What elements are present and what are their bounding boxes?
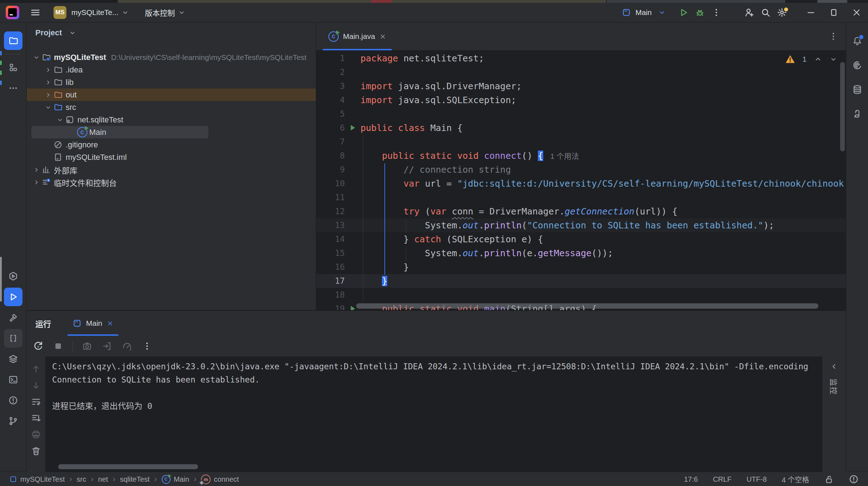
code-line-2[interactable]: 2 bbox=[316, 65, 846, 79]
breadcrumb-Main[interactable]: CMain bbox=[162, 475, 189, 484]
code-line-18[interactable]: 18 bbox=[316, 288, 846, 302]
console-action-printer[interactable] bbox=[31, 429, 41, 440]
code-line-16[interactable]: 16 } bbox=[316, 260, 846, 274]
run-button[interactable] bbox=[675, 5, 692, 20]
run-gutter-icon[interactable] bbox=[348, 123, 357, 132]
code-line-12[interactable]: 12 try (var conn = DriverManager.getConn… bbox=[316, 204, 846, 218]
tool-button-python[interactable] bbox=[848, 105, 867, 123]
breadcrumb-connect[interactable]: mconnect bbox=[201, 475, 239, 484]
console-action-soft-wrap[interactable] bbox=[31, 396, 41, 407]
console-action-arrow-up[interactable] bbox=[31, 364, 41, 374]
console-horizontal-scrollbar[interactable] bbox=[58, 464, 198, 469]
indent-style[interactable]: 4 个空格 bbox=[782, 474, 809, 485]
code-line-15[interactable]: 15 System.out.println(e.getMessage()); bbox=[316, 246, 846, 260]
console-output[interactable]: C:\Users\qzy\.jdks\openjdk-23.0.2\bin\ja… bbox=[45, 356, 822, 472]
chevron-right-icon[interactable] bbox=[43, 66, 54, 74]
code-line-14[interactable]: 14 } catch (SQLException e) { bbox=[316, 232, 846, 246]
caret-position[interactable]: 17:6 bbox=[684, 475, 698, 484]
breadcrumb-sqliteTest[interactable]: sqliteTest bbox=[120, 475, 150, 484]
run-action-kebab[interactable] bbox=[141, 340, 153, 352]
project-name-widget[interactable]: mySQLiteTe... bbox=[71, 8, 118, 17]
close-tab-icon[interactable] bbox=[379, 33, 386, 40]
breadcrumb-mySQLiteTest[interactable]: mySQLiteTest bbox=[9, 475, 65, 484]
vcs-widget[interactable]: 版本控制 bbox=[145, 7, 175, 18]
tree-item-out[interactable]: out bbox=[27, 88, 316, 101]
tree-item-.idea[interactable]: .idea bbox=[27, 64, 316, 76]
run-action-stop[interactable] bbox=[52, 340, 64, 352]
tree-item-.gitignore[interactable]: .gitignore bbox=[27, 138, 316, 151]
chevron-down-icon[interactable] bbox=[31, 54, 42, 61]
inspections-widget[interactable]: 1 bbox=[785, 54, 837, 64]
code-line-13[interactable]: 13 System.out.println("Connection to SQL… bbox=[316, 218, 846, 232]
maximize-button[interactable] bbox=[822, 4, 845, 21]
chevron-right-icon[interactable] bbox=[31, 166, 42, 173]
code-editor[interactable]: 1package net.sqliteTest;23import java.sq… bbox=[316, 51, 846, 310]
main-menu-button[interactable] bbox=[29, 6, 41, 19]
tool-button-structure[interactable] bbox=[4, 58, 22, 77]
tree-item-Main[interactable]: CMain bbox=[27, 126, 316, 138]
breadcrumb-src[interactable]: src bbox=[77, 475, 86, 484]
monitor-tab-label[interactable]: 监控 bbox=[829, 379, 839, 395]
tool-button-more-dots[interactable] bbox=[4, 79, 22, 97]
chevron-up-icon[interactable] bbox=[814, 55, 822, 64]
chevron-right-icon[interactable] bbox=[43, 79, 54, 86]
editor-horizontal-scrollbar[interactable] bbox=[356, 303, 818, 309]
chevron-down-icon[interactable] bbox=[829, 55, 837, 63]
run-action-rerun[interactable] bbox=[32, 340, 44, 352]
tree-item-mySQLiteTest[interactable]: mySQLiteTestD:\University\CS\self-learni… bbox=[27, 51, 316, 64]
close-button[interactable] bbox=[845, 4, 868, 21]
tool-button-run[interactable] bbox=[4, 288, 22, 306]
tool-button-terminal[interactable] bbox=[4, 370, 22, 389]
code-line-10[interactable]: 10 var url = "jdbc:sqlite:d:/University/… bbox=[316, 177, 846, 191]
console-action-trash[interactable] bbox=[31, 446, 41, 456]
tool-button-problems[interactable] bbox=[4, 391, 22, 410]
console-action-scroll-end[interactable] bbox=[31, 413, 41, 424]
tree-item-mySQLiteTest.iml[interactable]: mySQLiteTest.iml bbox=[27, 151, 316, 163]
breadcrumb-net[interactable]: net bbox=[98, 475, 108, 484]
console-action-arrow-down[interactable] bbox=[31, 380, 41, 391]
project-avatar[interactable]: MS bbox=[54, 6, 66, 19]
tool-button-ai-assistant[interactable] bbox=[848, 56, 867, 75]
tab-main-java[interactable]: C Main.java bbox=[321, 22, 393, 50]
editor-vertical-scrollbar[interactable] bbox=[840, 62, 845, 151]
run-action-thread-dump[interactable] bbox=[101, 340, 113, 352]
tree-item-外部库[interactable]: 外部库 bbox=[27, 163, 316, 176]
chevron-right-icon[interactable] bbox=[31, 179, 42, 186]
tool-button-layers[interactable] bbox=[4, 350, 22, 368]
tool-button-build[interactable] bbox=[4, 308, 22, 327]
tree-item-net.sqliteTest[interactable]: net.sqliteTest bbox=[27, 113, 316, 126]
tool-button-database[interactable] bbox=[848, 80, 867, 99]
code-line-11[interactable]: 11 bbox=[316, 191, 846, 204]
run-tab-main[interactable]: Main bbox=[67, 311, 118, 336]
run-action-camera[interactable] bbox=[81, 340, 93, 352]
tree-item-lib[interactable]: lib bbox=[27, 76, 316, 88]
code-line-6[interactable]: 6public class Main { bbox=[316, 121, 846, 135]
chevron-down-icon[interactable] bbox=[43, 104, 54, 111]
code-line-17[interactable]: 17 } bbox=[316, 274, 846, 288]
more-actions-button[interactable] bbox=[708, 5, 725, 20]
code-line-9[interactable]: 9 // connection string bbox=[316, 163, 846, 177]
run-configuration-widget[interactable]: Main bbox=[622, 8, 666, 17]
debug-button[interactable] bbox=[692, 5, 708, 20]
code-line-7[interactable]: 7 bbox=[316, 135, 846, 149]
tool-button-git-branch[interactable] bbox=[4, 412, 22, 430]
code-line-8[interactable]: 8 public static void connect() {1 个用法 bbox=[316, 149, 846, 163]
tab-options-kebab-icon[interactable] bbox=[829, 32, 838, 41]
tool-button-brackets[interactable] bbox=[4, 329, 22, 348]
chevron-right-icon[interactable] bbox=[43, 91, 54, 98]
search-everywhere-button[interactable] bbox=[757, 5, 774, 20]
line-separator[interactable]: CRLF bbox=[713, 475, 731, 484]
run-gutter-icon[interactable] bbox=[348, 304, 357, 310]
problems-icon[interactable] bbox=[849, 474, 859, 484]
chevron-down-icon[interactable] bbox=[55, 116, 65, 123]
code-with-me-button[interactable] bbox=[741, 5, 757, 20]
settings-button[interactable] bbox=[774, 5, 790, 20]
project-panel-header[interactable]: Project bbox=[27, 22, 316, 43]
tool-button-services[interactable] bbox=[4, 267, 22, 285]
tree-item-临时文件和控制台[interactable]: 临时文件和控制台 bbox=[27, 176, 316, 188]
minimize-button[interactable] bbox=[799, 4, 822, 21]
tool-button-bell[interactable] bbox=[848, 32, 867, 50]
file-encoding[interactable]: UTF-8 bbox=[747, 475, 767, 484]
run-action-profiler[interactable] bbox=[121, 340, 133, 352]
lock-open-icon[interactable] bbox=[824, 475, 834, 484]
